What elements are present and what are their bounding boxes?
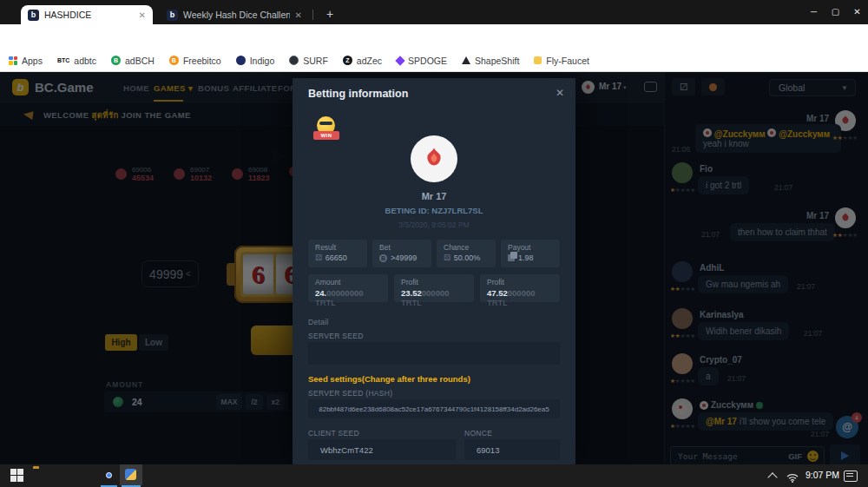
- server-seed-hash-field[interactable]: 82bbf487d6ee238d6808ac52ce17a6767344790c…: [308, 399, 560, 418]
- server-seed-field[interactable]: [308, 342, 560, 365]
- taskbar-clock[interactable]: 9:07 PM: [806, 470, 839, 480]
- browser-toolbar: ← → ↻ bc.game/roll ⊕ ☆ 1.: [0, 24, 868, 49]
- tab-separator: [312, 10, 313, 20]
- tab-title: HASHDICE: [44, 10, 134, 20]
- nonce-label: NONCE: [464, 429, 492, 438]
- bcgame-page: b BC.Game HOME GAMES ▾ BONUS AFFILIATE F…: [0, 72, 868, 464]
- stat-amount: Amount 24.00000000 TRTL: [308, 274, 388, 302]
- nonce-field[interactable]: 69013: [464, 439, 560, 460]
- modal-username: Mr 17: [293, 191, 575, 201]
- coin-icon: B: [379, 254, 387, 262]
- dice-icon: ⚄: [444, 253, 450, 262]
- cards-icon: [508, 254, 515, 261]
- bookmark-freebitco[interactable]: B Freebitco: [169, 56, 221, 66]
- seed-settings-heading: Seed settings(Change after three rounds): [308, 374, 470, 384]
- btc-text-icon: BTC: [57, 57, 69, 63]
- dice-icon: ⚄: [315, 253, 322, 262]
- sunglasses-icon: [319, 122, 332, 125]
- tab-weekly-challenge[interactable]: b Weekly Hash Dice Challenge - Se ✕: [160, 5, 309, 24]
- screen: b HASHDICE ✕ b Weekly Hash Dice Challeng…: [0, 0, 868, 487]
- bookmark-adbch[interactable]: B adBCH: [111, 56, 155, 66]
- shapeshift-icon: [462, 56, 470, 64]
- bookmark-spdoge[interactable]: SPDOGE: [397, 56, 447, 66]
- tab-close-icon[interactable]: ✕: [139, 10, 146, 20]
- tab-hashdice[interactable]: b HASHDICE ✕: [21, 5, 153, 24]
- bookmark-indigo[interactable]: Indigo: [236, 56, 275, 66]
- stat-profit: Profit 23.52000000 TRTL: [394, 274, 474, 302]
- maximize-icon[interactable]: ▢: [825, 0, 846, 24]
- spdoge-icon: [395, 56, 404, 65]
- apps-grid-icon: [9, 56, 17, 65]
- server-seed-hash-label: SERVER SEED (HASH): [308, 389, 392, 398]
- freebitco-icon: B: [169, 56, 179, 65]
- bcgame-favicon: b: [28, 10, 39, 21]
- wifi-icon[interactable]: [786, 471, 800, 484]
- minimize-icon[interactable]: ─: [803, 0, 825, 24]
- bookmark-adzec[interactable]: Z adZec: [343, 56, 382, 66]
- browser-titlebar: b HASHDICE ✕ b Weekly Hash Dice Challeng…: [0, 0, 868, 24]
- chrome-taskbar-icon[interactable]: [102, 469, 116, 483]
- start-button[interactable]: [10, 469, 24, 483]
- modal-title: Betting information: [308, 88, 408, 100]
- adzec-icon: Z: [343, 56, 352, 65]
- surf-globe-icon: [289, 56, 299, 65]
- win-ribbon: WIN: [313, 131, 339, 140]
- app-icon-orange-2[interactable]: [80, 469, 94, 483]
- file-explorer-icon[interactable]: [33, 469, 47, 483]
- bookmark-adbtc[interactable]: BTC adbtc: [57, 56, 96, 66]
- flyfaucet-icon: [534, 56, 542, 64]
- server-seed-label: SERVER SEED: [308, 332, 364, 340]
- bookmarks-bar: Apps BTC adbtc B adBCH B Freebitco Indig…: [0, 49, 868, 72]
- new-tab-icon[interactable]: +: [321, 5, 339, 23]
- modal-avatar-phoenix[interactable]: [411, 135, 457, 182]
- window-close-icon[interactable]: ✕: [846, 0, 868, 24]
- bcgame-favicon: b: [167, 10, 178, 21]
- stat-bet: Bet B>49999: [372, 240, 431, 267]
- adbch-icon: B: [111, 56, 121, 65]
- indigo-icon: [236, 56, 246, 65]
- client-seed-field[interactable]: WbhzCmT422: [308, 439, 456, 460]
- stat-profit-total: Profit 47.52000000 TRTL: [480, 274, 560, 302]
- active-app-tile[interactable]: [120, 464, 142, 485]
- stat-payout: Payout 1.98: [501, 240, 560, 267]
- stat-result: Result ⚄66650: [308, 240, 367, 267]
- client-seed-label: CLIENT SEED: [308, 429, 359, 438]
- tray-expand-icon[interactable]: [767, 472, 777, 482]
- betting-info-modal: Betting information ✕ WIN Mr 17 BETING I…: [293, 78, 575, 464]
- bookmark-flyfaucet[interactable]: Fly-Faucet: [534, 56, 589, 66]
- app-icon-orange-1[interactable]: [56, 469, 69, 483]
- stat-chance: Chance ⚄50.00%: [437, 240, 496, 267]
- win-badge: WIN: [313, 116, 339, 144]
- bookmark-shapeshift[interactable]: ShapeShift: [462, 56, 519, 66]
- bookmark-surf[interactable]: SURF: [289, 56, 328, 66]
- tab-title: Weekly Hash Dice Challenge - Se: [183, 10, 290, 20]
- modal-close-icon[interactable]: ✕: [556, 87, 564, 99]
- modal-betting-id: BETING ID: NZJ7LRL7SL: [293, 206, 575, 215]
- action-center-icon[interactable]: [844, 471, 858, 482]
- detail-label: Detail: [308, 318, 329, 326]
- bookmark-apps[interactable]: Apps: [9, 56, 43, 66]
- tab-close-icon[interactable]: ✕: [295, 10, 302, 20]
- windows-taskbar: 9:07 PM: [0, 464, 868, 487]
- modal-datetime: 3/5/2020, 9:05:02 PM: [293, 220, 575, 229]
